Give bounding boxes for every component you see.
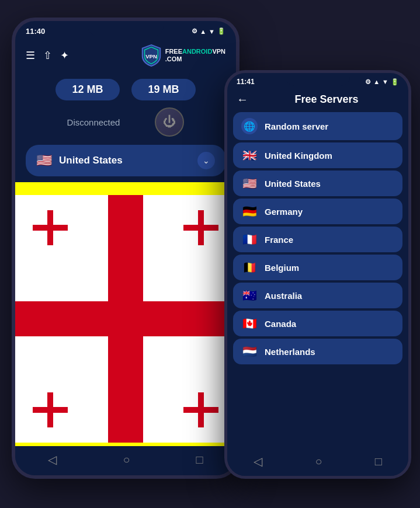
phone2-header: ← Free Servers [227, 88, 408, 110]
back-nav-button[interactable]: ◁ [48, 453, 57, 467]
server-name-us: United States [265, 179, 321, 189]
signal-icon: ▼ [209, 28, 215, 35]
menu-icon[interactable]: ☰ [26, 49, 35, 62]
server-name-fr: France [265, 235, 293, 245]
flag-fr: 🇫🇷 [241, 232, 258, 246]
server-list: 🌐 Random server 🇬🇧 United Kingdom 🇺🇸 Uni… [227, 110, 408, 367]
app-scene: 11:40 ⚙ ▲ ▼ 🔋 ☰ ⇧ ✦ VPN [0, 0, 420, 508]
svg-text:VPN: VPN [145, 53, 157, 60]
share-icon[interactable]: ⇧ [43, 49, 52, 62]
server-item-us[interactable]: 🇺🇸 United States [233, 171, 402, 196]
cross-bottom-right-icon [178, 387, 224, 433]
server-item-nl[interactable]: 🇳🇱 Netherlands [233, 339, 402, 364]
logo-area: VPN FREEANDROIDVPN .COM [141, 44, 225, 67]
screen-title: Free Servers [254, 93, 399, 106]
home-nav-button[interactable]: ○ [123, 453, 130, 467]
server-name-nl: Netherlands [265, 347, 315, 357]
cross-top-right-icon [178, 204, 224, 251]
data-row: 12 MB 19 MB [15, 73, 236, 104]
flag-red-vertical [108, 195, 143, 443]
globe-icon: 🌐 [241, 118, 258, 134]
server-item-au[interactable]: 🇦🇺 Australia [233, 283, 402, 308]
chevron-down-icon: ⌄ [197, 152, 215, 169]
battery-icon2: 🔋 [391, 78, 399, 86]
header-icons-left: ☰ ⇧ ✦ [26, 49, 69, 62]
settings-icon2: ⚙ [365, 78, 371, 86]
server-item-uk[interactable]: 🇬🇧 United Kingdom [233, 142, 402, 168]
server-name-uk: United Kingdom [265, 151, 332, 161]
power-button[interactable]: ⏻ [155, 107, 184, 137]
upload-data: 19 MB [131, 79, 196, 100]
flag-au: 🇦🇺 [241, 288, 258, 302]
phone1-nav-bar: ◁ ○ □ [15, 446, 236, 475]
svg-rect-8 [183, 407, 218, 413]
phone-server-list: 11:41 ⚙ ▲ ▼ 🔋 ← Free Servers 🌐 Random se… [224, 70, 411, 479]
back-nav-button2[interactable]: ◁ [254, 454, 262, 468]
country-name: United States [59, 155, 190, 166]
signal-icon2: ▼ [382, 78, 388, 85]
settings-icon: ⚙ [192, 27, 197, 35]
svg-rect-4 [183, 225, 218, 231]
server-name-de: Germany [265, 207, 303, 217]
rate-icon[interactable]: ✦ [60, 49, 69, 62]
logo-shield-icon: VPN [141, 44, 162, 67]
wifi-icon: ▲ [200, 28, 206, 35]
country-flag: 🇺🇸 [36, 153, 52, 168]
wifi-icon2: ▲ [373, 78, 380, 85]
home-nav-button2[interactable]: ○ [315, 455, 322, 468]
server-name-be: Belgium [265, 263, 299, 273]
georgia-flag [15, 182, 236, 455]
server-item-fr[interactable]: 🇫🇷 France [233, 227, 402, 252]
recent-nav-button[interactable]: □ [196, 453, 203, 467]
svg-rect-6 [33, 407, 68, 413]
battery-icon: 🔋 [217, 27, 225, 35]
phone2-notch [286, 73, 350, 86]
server-name-au: Australia [265, 291, 302, 301]
svg-rect-2 [33, 225, 68, 231]
phone1-status-icons: ⚙ ▲ ▼ 🔋 [192, 27, 225, 35]
cross-top-left-icon [27, 204, 74, 251]
phone2-status-icons: ⚙ ▲ ▼ 🔋 [365, 78, 399, 86]
country-selector[interactable]: 🇺🇸 United States ⌄ [26, 145, 225, 176]
flag-nl: 🇳🇱 [241, 345, 258, 359]
flag-display [15, 182, 236, 455]
phone2-time: 11:41 [237, 78, 255, 86]
server-name-random: Random server [265, 121, 328, 131]
flag-yellow-top [15, 182, 236, 195]
disconnect-row: Disconnected ⏻ [15, 104, 236, 142]
cross-bottom-left-icon [27, 387, 74, 433]
server-item-de[interactable]: 🇩🇪 Germany [233, 199, 402, 224]
flag-uk: 🇬🇧 [241, 148, 258, 162]
phone1-notch [88, 21, 164, 36]
phone1-header: ☰ ⇧ ✦ VPN FREEANDROIDVPN .COM [15, 38, 236, 73]
flag-us: 🇺🇸 [241, 176, 258, 190]
back-arrow-button[interactable]: ← [237, 93, 248, 106]
server-item-random[interactable]: 🌐 Random server [233, 112, 402, 140]
connection-status: Disconnected [67, 117, 120, 127]
phone1-time: 11:40 [26, 27, 45, 36]
flag-de: 🇩🇪 [241, 204, 258, 218]
phone2-nav-bar: ◁ ○ □ [227, 449, 408, 476]
flag-be: 🇧🇪 [241, 260, 258, 274]
server-item-ca[interactable]: 🇨🇦 Canada [233, 311, 402, 336]
recent-nav-button2[interactable]: □ [375, 455, 382, 468]
phone-main: 11:40 ⚙ ▲ ▼ 🔋 ☰ ⇧ ✦ VPN [12, 18, 239, 479]
server-item-be[interactable]: 🇧🇪 Belgium [233, 255, 402, 280]
server-name-ca: Canada [265, 319, 296, 329]
flag-ca: 🇨🇦 [241, 316, 258, 330]
logo-text: FREEANDROIDVPN .COM [165, 48, 225, 63]
download-data: 12 MB [55, 79, 120, 100]
